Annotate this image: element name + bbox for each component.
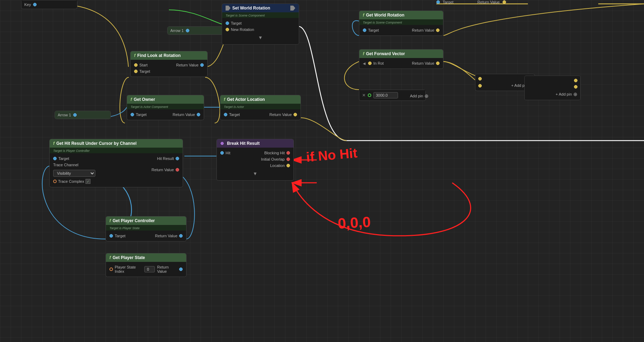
addpin-label-area: Add pin ⊕ bbox=[410, 93, 429, 99]
get-actor-location-subtitle: Target is Actor bbox=[224, 105, 244, 109]
bhr-location-row: Location bbox=[217, 162, 293, 169]
exec-in-pin bbox=[226, 6, 231, 11]
set-world-rotation-subtitle: Target is Scene Component bbox=[226, 14, 265, 17]
top-right-return-label: Return Value bbox=[478, 0, 500, 4]
far-addpin-top-pin bbox=[574, 79, 577, 82]
get-hit-result-header: f Get Hit Result Under Cursor by Channel bbox=[50, 139, 183, 148]
break-hit-result-title: Break Hit Result bbox=[227, 141, 260, 146]
addpin-icon[interactable]: ⊕ bbox=[573, 91, 577, 97]
func-icon-gps: f bbox=[109, 255, 111, 260]
flr-target-row: Target bbox=[131, 68, 207, 75]
trace-complex-checkbox[interactable]: ✓ bbox=[86, 179, 90, 184]
flr-start-pin bbox=[134, 63, 138, 67]
far-right-addpin-node: + Add pin ⊕ bbox=[524, 76, 581, 100]
bhr-initialoverlap-pin bbox=[286, 157, 290, 161]
value-input-3000[interactable] bbox=[373, 92, 398, 98]
get-player-controller-title: Get Player Controller bbox=[113, 218, 155, 223]
find-look-rotation-node: f Find Look at Rotation Start Return Val… bbox=[130, 51, 208, 77]
get-owner-node: f Get Owner Target is Actor Component Ta… bbox=[127, 95, 204, 120]
ghr-tracechannel-row: Trace Channel Visibility Return Value bbox=[50, 162, 183, 178]
exec-out-pin bbox=[290, 6, 295, 11]
gfv-inrot-row: ◀ In Rot Return Value bbox=[359, 60, 443, 66]
value-close-btn[interactable]: ✕ bbox=[362, 93, 366, 98]
flr-target-pin bbox=[134, 70, 138, 73]
top-right-return-pin bbox=[503, 0, 506, 4]
bhr-hit-row: Hit Blocking Hit bbox=[217, 150, 293, 156]
get-player-controller-subtitle: Target is Player State bbox=[109, 226, 140, 230]
get-forward-vector-title: Get Forward Vector bbox=[366, 51, 405, 56]
gwr-target-row: Target Return Value bbox=[359, 27, 443, 33]
arrow1-top-label: Arrow 1 bbox=[170, 28, 184, 33]
find-look-rotation-header: f Find Look at Rotation bbox=[131, 51, 207, 60]
bhr-hit-pin bbox=[220, 151, 224, 155]
bhr-location-pin bbox=[286, 164, 290, 167]
find-look-rotation-title: Find Look at Rotation bbox=[137, 53, 181, 58]
get-actor-location-header: f Get Actor Location bbox=[220, 95, 301, 104]
bhr-expand-icon[interactable]: ▾ bbox=[254, 170, 257, 176]
get-forward-vector-header: f Get Forward Vector bbox=[359, 50, 443, 58]
gfv-left-arrow: ◀ bbox=[363, 62, 366, 65]
gps-psi-pin bbox=[109, 267, 113, 271]
addpin-top-pin bbox=[478, 77, 482, 80]
ghr-target-row: Target Hit Result bbox=[50, 155, 183, 162]
addpin-mid-pin bbox=[478, 84, 482, 88]
break-hit-result-node: ⊕ Break Hit Result Hit Blocking Hit Init… bbox=[216, 139, 294, 181]
new-rotation-pin bbox=[226, 28, 229, 31]
ghr-return-pin bbox=[176, 168, 179, 172]
gal-return-pin bbox=[293, 113, 297, 116]
target-pin-in bbox=[226, 21, 229, 25]
set-world-rotation-target-row: Target bbox=[222, 20, 299, 26]
top-right-target-area: Target Return Value bbox=[436, 0, 506, 4]
gpc-target-pin bbox=[109, 234, 113, 238]
addpin-icon-2[interactable]: ⊕ bbox=[424, 93, 429, 99]
get-forward-vector-node: f Get Forward Vector ◀ In Rot Return Val… bbox=[359, 49, 443, 69]
player-state-index-input[interactable] bbox=[144, 266, 155, 272]
get-world-rotation-node: f Get World Rotation Target is Scene Com… bbox=[359, 11, 443, 36]
arrow1-top-node: Arrow 1 bbox=[167, 26, 223, 35]
top-right-target-pin bbox=[436, 0, 440, 4]
go-target-row: Target Return Value bbox=[127, 111, 204, 118]
gfv-inrot-pin bbox=[368, 62, 372, 65]
expand-icon[interactable]: ▾ bbox=[259, 34, 262, 40]
get-owner-header: f Get Owner bbox=[127, 95, 204, 104]
get-player-controller-node: f Get Player Controller Target is Player… bbox=[106, 216, 187, 241]
get-actor-location-title: Get Actor Location bbox=[227, 97, 265, 102]
get-player-state-node: f Get Player State Player State Index Re… bbox=[106, 253, 187, 277]
get-hit-result-title: Get Hit Result Under Cursor by Channel bbox=[56, 141, 137, 146]
set-world-rotation-title: Set World Rotation bbox=[232, 6, 270, 11]
gpc-return-pin bbox=[179, 234, 183, 238]
func-icon-gfv: f bbox=[363, 51, 364, 56]
get-owner-title: Get Owner bbox=[134, 97, 155, 102]
func-icon-flr: f bbox=[134, 53, 135, 58]
go-target-pin bbox=[131, 113, 134, 116]
set-world-rotation-node: Set World Rotation Target is Scene Compo… bbox=[222, 4, 299, 45]
key-output-pin bbox=[33, 3, 37, 6]
func-icon-gwr: f bbox=[363, 13, 364, 18]
arrow1-top-pin bbox=[186, 29, 189, 32]
trace-channel-dropdown[interactable]: Visibility bbox=[53, 170, 95, 177]
get-world-rotation-subtitle: Target is Scene Component bbox=[363, 21, 402, 24]
key-node: Key bbox=[21, 0, 77, 9]
ghr-tracecomplex-pin bbox=[53, 180, 57, 183]
set-world-rotation-new-rot-row: New Rotation bbox=[222, 26, 299, 33]
get-world-rotation-header: f Get World Rotation bbox=[359, 11, 443, 19]
gfv-return-pin bbox=[436, 62, 440, 65]
gal-target-pin bbox=[224, 113, 227, 116]
value-out-pin bbox=[368, 93, 371, 97]
ghr-target-pin bbox=[53, 157, 57, 160]
bhr-initialoverlap-row: Initial Overlap bbox=[217, 156, 293, 162]
get-hit-result-node: f Get Hit Result Under Cursor by Channel… bbox=[49, 139, 183, 187]
go-return-pin bbox=[197, 113, 200, 116]
gps-psi-row: Player State Index Return Value bbox=[106, 264, 186, 275]
ghr-hitresult-pin bbox=[176, 157, 179, 160]
flr-return-pin bbox=[200, 63, 204, 67]
key-label: Key bbox=[24, 2, 31, 7]
break-hit-result-header: ⊕ Break Hit Result bbox=[217, 139, 293, 148]
gwr-return-pin bbox=[436, 28, 440, 32]
gpc-target-row: Target Return Value bbox=[106, 233, 186, 239]
func-icon-gal: f bbox=[224, 97, 225, 102]
func-icon-go: f bbox=[131, 97, 132, 102]
break-icon: ⊕ bbox=[220, 141, 224, 146]
get-player-state-title: Get Player State bbox=[113, 255, 145, 260]
func-icon-ghr: f bbox=[53, 141, 55, 146]
